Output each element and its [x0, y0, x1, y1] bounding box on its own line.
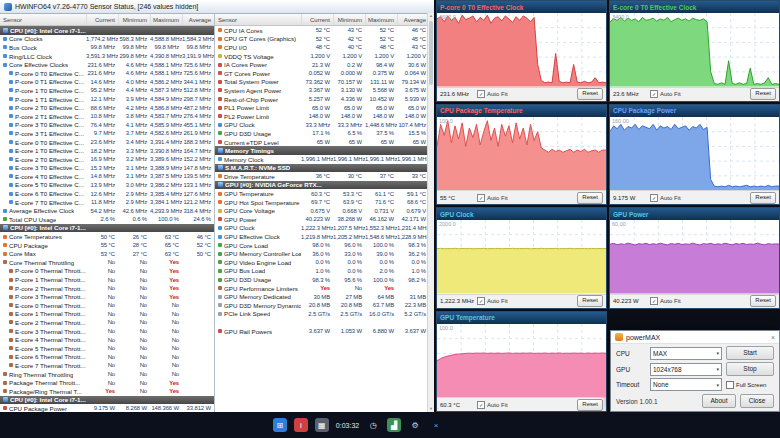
sensor-row[interactable]: GPU Clock33.3 MHz33.3 MHz1,448.6 MHz107.… [215, 121, 429, 130]
timeout-select[interactable]: None▾ [650, 378, 722, 391]
col-maximum[interactable]: Maximum [150, 14, 182, 25]
sensor-row[interactable]: GPU Memory Controller Load36.0 %33.0 %39… [215, 249, 429, 258]
sensor-row[interactable]: P-core 1 T0 Effective C...95.2 MHz4.4 MH… [0, 86, 214, 95]
sensor-row[interactable]: Core Max53 °C27 °C63 °C50 °C [0, 249, 214, 258]
reset-button[interactable]: Reset [750, 192, 776, 204]
sensor-group-header[interactable]: Memory Timings [215, 146, 429, 155]
sensor-row[interactable]: P-core 1 Thermal Thrott...NoNoYes [0, 275, 214, 284]
auto-fit-checkbox[interactable]: ✓Auto Fit [477, 297, 508, 305]
scrollbar[interactable]: ▲ ▼ [427, 13, 434, 412]
sensors-taskbar-icon[interactable]: ▦ [315, 418, 329, 432]
sensor-row[interactable]: CPU Package55 °C28 °C65 °C52 °C [0, 241, 214, 250]
sensor-row[interactable]: GPU Temperature60.3 °C53.3 °C61.1 °C59.1… [215, 189, 429, 198]
sensor-row[interactable]: Core Temperatures50 °C26 °C63 °C46 °C [0, 232, 214, 241]
reset-button[interactable]: Reset [577, 295, 603, 307]
sensor-row[interactable]: P-core 3 T1 Effective C...9.7 MHz3.7 MHz… [0, 129, 214, 138]
reset-button[interactable]: Reset [577, 192, 603, 204]
sensor-row[interactable]: GPU Video Engine Load0.0 %0.0 %0.0 %0.0 … [215, 258, 429, 267]
sensor-row[interactable]: E-core 0 T0 Effective C...23.6 MHz3.4 MH… [0, 138, 214, 147]
sensor-row[interactable]: GPU Core Voltage0.675 V0.668 V0.731 V0.6… [215, 206, 429, 215]
sensor-row[interactable]: E-core 5 Thermal Thrott...NoNoNo [0, 344, 214, 353]
sensor-group-header[interactable]: S.M.A.R.T.: NVMe SSD [215, 164, 429, 173]
sensor-row[interactable]: E-core 2 T0 Effective C...16.9 MHz3.2 MH… [0, 155, 214, 164]
start-button[interactable]: Start [726, 346, 774, 360]
reset-button[interactable]: Reset [577, 88, 603, 100]
sensor-row[interactable]: GPU Clock1,222.3 MHz1,207.5 MHz1,552.3 M… [215, 224, 429, 233]
sensor-row[interactable]: Drive Temperature36 °C30 °C37 °C33 °C [215, 172, 429, 181]
sensor-row[interactable]: E-core 2 Thermal Thrott...NoNoNo [0, 318, 214, 327]
auto-fit-checkbox[interactable]: ✓Auto Fit [477, 90, 508, 98]
sensor-row[interactable]: GPU D3D Usage98.3 %95.6 %100.0 %98.2 % [215, 275, 429, 284]
sensor-row[interactable]: E-core 1 T0 Effective C...18.2 MHz3.3 MH… [0, 146, 214, 155]
sensor-row[interactable]: Ring/LLC Clock3,591.3 MHz299.8 MHz4,390.… [0, 52, 214, 61]
sensor-row[interactable]: E-core 3 T0 Effective C...15.3 MHz3.1 MH… [0, 164, 214, 173]
sensor-row[interactable]: Rest-of-Chip Power5.257 W4.336 W10.452 W… [215, 95, 429, 104]
sensor-row[interactable]: E-core 7 T0 Effective C...11.8 MHz2.9 MH… [0, 198, 214, 207]
sensor-row[interactable]: PCIe Link Speed2.5 GT/s2.5 GT/s16.0 GT/s… [215, 310, 429, 319]
sensor-row[interactable]: P-core 0 Thermal Thrott...NoNoYes [0, 267, 214, 276]
sensor-row[interactable]: E-core 1 Thermal Thrott...NoNoNo [0, 310, 214, 319]
sensor-row[interactable]: Core Clocks1,774.2 MHz598.3 MHz4,588.8 M… [0, 35, 214, 44]
col-sensor[interactable]: Sensor [215, 17, 301, 23]
close-button[interactable]: Close [740, 394, 774, 408]
graph-titlebar[interactable]: E-core 0 T0 Effective Clock [610, 1, 779, 13]
col-sensor[interactable]: Sensor [0, 17, 86, 23]
sensor-row[interactable]: System Agent Power3.367 W3.130 W5.568 W3… [215, 86, 429, 95]
clock-icon[interactable]: ◷ [366, 418, 380, 432]
settings-icon[interactable]: ⚙ [408, 418, 422, 432]
col-maximum[interactable]: Maximum [365, 14, 397, 25]
sensor-row[interactable]: Core Effective Clocks231.6 MHz4.6 MHz4,5… [0, 60, 214, 69]
scroll-up-icon[interactable]: ▲ [428, 13, 434, 19]
auto-fit-checkbox[interactable]: ✓Auto Fit [650, 90, 681, 98]
sensor-row[interactable]: Ring Thermal ThrottlingNoNoNo [0, 370, 214, 379]
reset-button[interactable]: Reset [577, 399, 603, 411]
gpu-resolution-select[interactable]: 1024x768▾ [650, 363, 722, 376]
auto-fit-checkbox[interactable]: ✓Auto Fit [650, 297, 681, 305]
sensor-row[interactable]: GPU Core Load98.0 %96.0 %100.0 %98.3 % [215, 241, 429, 250]
sensor-row[interactable]: GPU Rail Powers3.637 W1.053 W6.880 W3.63… [215, 327, 429, 336]
sensor-row[interactable]: Package Thermal Thrott...NoNoYes [0, 378, 214, 387]
sensor-row[interactable]: GPU D3D Memory Dynamic20.8 MB20.8 MB63.7… [215, 301, 429, 310]
start-icon[interactable]: ⊞ [273, 418, 287, 432]
sensor-row[interactable]: Current eTDP Level65 W65 W65 W65 W [215, 138, 429, 147]
col-minimum[interactable]: Minimum [333, 14, 365, 25]
sensor-row[interactable]: Total System Power73.362 W70.157 W131.11… [215, 78, 429, 87]
sensor-row[interactable]: E-core 4 Thermal Thrott...NoNoNo [0, 335, 214, 344]
sensor-row[interactable]: GPU Performance LimitersYesNoYes [215, 284, 429, 293]
graph-titlebar[interactable]: GPU Power [610, 208, 779, 220]
sensor-row[interactable]: Core Thermal ThrottlingNoNoYes [0, 258, 214, 267]
powermax-close-icon[interactable]: × [771, 334, 775, 341]
sensor-row[interactable]: PL2 Power Limit148.0 W148.0 W148.0 W148.… [215, 112, 429, 121]
sensor-row[interactable] [215, 318, 429, 327]
sensor-row[interactable]: Memory Clock1,996.1 MHz1,996.1 MHz1,996.… [215, 155, 429, 164]
sensor-row[interactable]: E-core 6 Thermal Thrott...NoNoNo [0, 353, 214, 362]
col-average[interactable]: Average [397, 14, 429, 25]
sensor-group-header[interactable]: CPU [#0]: Intel Core i7-1... [0, 26, 214, 35]
sensor-row[interactable]: CPU IA Cores52 °C43 °C52 °C46 °C [215, 26, 429, 35]
sensor-row[interactable]: P-core 0 T0 Effective C...231.6 MHz4.6 M… [0, 69, 214, 78]
sensor-row[interactable]: P-core 3 T0 Effective C...76.4 MHz4.1 MH… [0, 121, 214, 130]
auto-fit-checkbox[interactable]: ✓Auto Fit [650, 194, 681, 202]
hwinfo-titlebar[interactable]: HWiNFO64 v7.26-4770 Sensor Status, [246 … [0, 0, 434, 14]
stop-button[interactable]: Stop [726, 362, 774, 376]
auto-fit-checkbox[interactable]: ✓Auto Fit [477, 194, 508, 202]
sensor-row[interactable]: P-core 2 Thermal Thrott...NoNoYes [0, 284, 214, 293]
sensor-row[interactable]: VDDQ TS Voltage1.200 V1.200 V1.200 V1.20… [215, 52, 429, 61]
hwinfo-taskbar-icon[interactable]: i [294, 418, 308, 432]
sensor-row[interactable]: GPU Memory Dedicated30 MB27 MB64 MB31 MB [215, 292, 429, 301]
sensor-row[interactable]: E-core 4 T0 Effective C...14.8 MHz3.1 MH… [0, 172, 214, 181]
sensor-row[interactable]: GPU Bus Load1.0 %0.0 %2.0 %1.0 % [215, 267, 429, 276]
sensor-row[interactable]: P-core 2 T0 Effective C...88.6 MHz4.2 MH… [0, 103, 214, 112]
reset-button[interactable]: Reset [750, 295, 776, 307]
sensor-group-header[interactable]: CPU [#0]: Intel Core i7-1... [0, 224, 214, 233]
col-current[interactable]: Current [86, 14, 118, 25]
sensor-row[interactable]: E-core 6 T0 Effective C...12.6 MHz2.9 MH… [0, 189, 214, 198]
sensor-row[interactable]: CPU I/O48 °C40 °C48 °C43 °C [215, 43, 429, 52]
sensor-row[interactable]: Bus Clock99.8 MHz99.8 MHz99.8 MHz99.8 MH… [0, 43, 214, 52]
sensor-row[interactable]: PL1 Power Limit65.0 W65.0 W65.0 W65.0 W [215, 103, 429, 112]
scrollbar-thumb[interactable] [429, 21, 433, 85]
sensor-row[interactable]: GPU D3D Usage17.1 %6.5 %37.5 %15.5 % [215, 129, 429, 138]
graph-titlebar[interactable]: CPU Package Temperature [437, 105, 606, 117]
sensor-row[interactable]: E-core 5 T0 Effective C...13.9 MHz3.0 MH… [0, 181, 214, 190]
sensor-row[interactable]: GPU Hot Spot Temperature69.7 °C63.9 °C71… [215, 198, 429, 207]
